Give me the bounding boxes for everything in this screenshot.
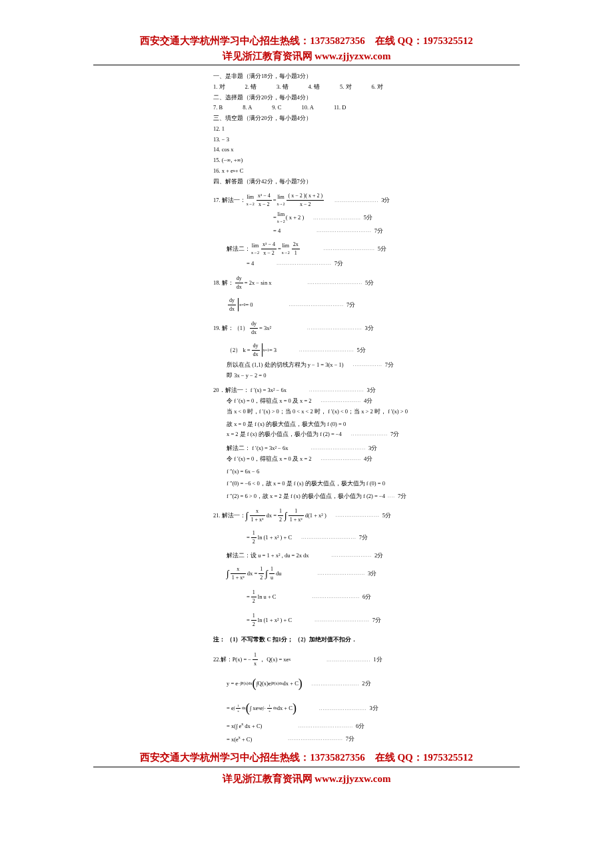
dots-icon: ...................... (318, 455, 364, 463)
score-2: 2分 (374, 551, 383, 560)
q16: 16. x + ex + C (213, 167, 446, 175)
q21-m2-res1: = 12 ln u + C ..........................… (213, 589, 446, 605)
integral-icon: ∫ (265, 567, 268, 581)
q17-m2-frac1: x² − 4x − 2 (261, 241, 277, 257)
q21-res: = 12 ln (1 + x² ) + C ..................… (213, 529, 446, 546)
q15: 15. (−∞, +∞) (213, 156, 446, 165)
footer-rule (93, 767, 520, 767)
q12: 12. 1 (213, 125, 446, 133)
q22-in1b: dx + C (283, 679, 299, 688)
note: 注： （1）不写常数 C 扣1分； （2）加绝对值不扣分． (213, 635, 446, 644)
q21-m2-res1-text: ln u + C (258, 593, 277, 601)
half-frac: 12 (278, 507, 283, 524)
score-3: 3分 (364, 324, 373, 333)
q21-m2-r: du (276, 569, 282, 578)
score-2: 2分 (362, 679, 370, 688)
half-frac: 12 (259, 565, 264, 582)
score-6: 6分 (356, 722, 364, 731)
q22-l3a: = e (227, 704, 234, 713)
dots-icon: .............................. (305, 279, 366, 287)
q20-m2-l2-text: 令 f ′(x) = 0，得驻点 x = 0 及 x = 2 (227, 455, 312, 463)
page-footer: 西安交通大学杭州学习中心招生热线：13735827356 在线 QQ：19753… (0, 750, 613, 786)
header-line1: 西安交通大学杭州学习中心招生热线：13735827356 在线 QQ：19753… (0, 33, 613, 49)
q21-m2-res2: = 12 ln (1 + x² ) + C ..................… (213, 612, 446, 629)
paren-right-icon: ) (299, 675, 303, 693)
integral-icon: ∫ (285, 509, 287, 523)
section1-title: 一、是非题（满分18分，每小题3分） (213, 72, 446, 81)
q22-in2a: ∫ xe (250, 704, 258, 713)
dydx-icon: dydx (252, 342, 260, 359)
score-5: 5分 (365, 279, 374, 287)
q19-rhs: = 3x² (259, 324, 271, 333)
dydx-icon: dydx (250, 320, 258, 337)
q22-l5-text: = x(ex + C) (227, 735, 252, 744)
score-7: 7分 (385, 361, 394, 369)
score-3: 3分 (368, 444, 377, 453)
q22-in2c: dx + C (277, 704, 293, 713)
score-5: 5分 (357, 346, 366, 355)
ans-1: 1. 对 (213, 83, 225, 91)
exp-x: x (289, 657, 291, 663)
q19-label: 19. 解：（1） (213, 324, 249, 333)
q18-label: 18. 解： (213, 279, 234, 287)
score-7: 7分 (346, 301, 355, 309)
section1-answers: 1. 对 2. 错 3. 错 4. 错 5. 对 6. 对 (213, 83, 446, 91)
ans-8: 8. A (243, 103, 252, 112)
lim-icon: limx→2 (247, 193, 255, 207)
section2-title: 二、选择题（满分20分，每小题4分） (213, 93, 446, 102)
q16-pre: 16. x + e (213, 167, 233, 175)
integral-icon: ∫ (227, 567, 229, 581)
score-5: 5分 (364, 213, 372, 222)
ans-5: 5. 对 (340, 83, 352, 91)
score-3: 3分 (367, 386, 376, 395)
q19-tan: 所以在点 (1,1) 处的切线方程为 y − 1 = 3(x − 1) (227, 361, 344, 369)
eval-sub: x=0 (239, 302, 245, 308)
score-7: 7分 (374, 227, 383, 235)
q14: 14. cos x (213, 145, 446, 154)
score-4: 4分 (364, 397, 372, 405)
q17-l3: = 4 (273, 227, 281, 235)
q20-l2-text: 令 f ′(x) = 0，得驻点 x = 0 及 x = 2 (227, 397, 312, 405)
lim-icon: limx→2 (282, 242, 290, 256)
q21-m2-int: ∫ x1 + x² dx = 12 ∫ 1u du ..............… (213, 565, 446, 582)
dots-icon: .......................... (315, 570, 368, 577)
q17-m2-line2: = 4 .............................. 7分 (213, 259, 446, 268)
ans-2: 2. 错 (245, 83, 257, 91)
dots-icon: .............................. (274, 260, 334, 267)
q20-m1-text: 20．解法一： f ′(x) = 3x² − 6x (213, 386, 287, 395)
q22-line2: y = e−∫P(x)dx ( ∫Q(x)e∫P(x)dx dx + C ) .… (213, 675, 446, 693)
dots-icon: .............................. (308, 445, 369, 452)
q20-m2-l4: f ″(2) = 6 > 0，故 x = 2 是 f (x) 的极小值点，极小值… (213, 492, 446, 501)
dots-icon: .............................. (306, 387, 367, 394)
score-1: 1分 (373, 655, 382, 664)
dots-icon: ........................ (324, 657, 373, 664)
q17-m2-frac2: 2x1 (292, 241, 300, 257)
q21-m1: 21. 解法一： ∫ x1 + x² dx = 12 ∫ 11 + x² d(1… (213, 507, 446, 524)
dots-icon: .............................. (285, 735, 346, 743)
q20-m2: 解法二： f ′(x) = 3x² − 6x .................… (213, 444, 446, 453)
q21-m1-label: 21. 解法一： (213, 511, 246, 520)
score-3: 3分 (369, 704, 378, 713)
q18-b: dydx x=0 = 0 ...........................… (213, 297, 446, 313)
q17-method2: 解法二： limx→2 x² − 4x − 2 = limx→2 2x1 ...… (213, 241, 446, 257)
q21-m2-text: 解法二：设 u = 1 + x² , du = 2x dx (227, 551, 309, 560)
q20-m2-l4-text: f ″(2) = 6 > 0，故 x = 2 是 f (x) 的极小值点，极小值… (227, 492, 385, 501)
dots-icon: .............................. (305, 325, 365, 332)
q21-frac1: x1 + x² (250, 507, 265, 524)
score-7: 7分 (372, 616, 381, 625)
eval-bar-icon (238, 298, 239, 311)
half-frac: 12 (251, 529, 257, 546)
ans-7: 7. B (213, 103, 223, 112)
q19-simplified: 即 3x − y − 2 = 0 (213, 371, 446, 380)
q20-m1: 20．解法一： f ′(x) = 3x² − 6x ..............… (213, 386, 446, 395)
q20-m2-text: 解法二： f ′(x) = 3x² − 6x (227, 444, 289, 453)
ans-3: 3. 错 (277, 83, 289, 91)
q18: 18. 解： dydx = 2x − sin x ...............… (213, 275, 446, 291)
q17-line2: = limx→2 ( x + 2 ) .....................… (213, 211, 446, 225)
q20-m2-l3: f ″(0) = −6 < 0，故 x = 0 是 f (x) 的极大值点，极大… (213, 479, 446, 488)
eval-sub: x=1 (263, 347, 269, 353)
dots-icon: ............................ (321, 245, 378, 253)
score-5: 5分 (378, 245, 386, 253)
lim-icon: limx→2 (277, 211, 285, 225)
q16-suf: + C (235, 167, 244, 175)
